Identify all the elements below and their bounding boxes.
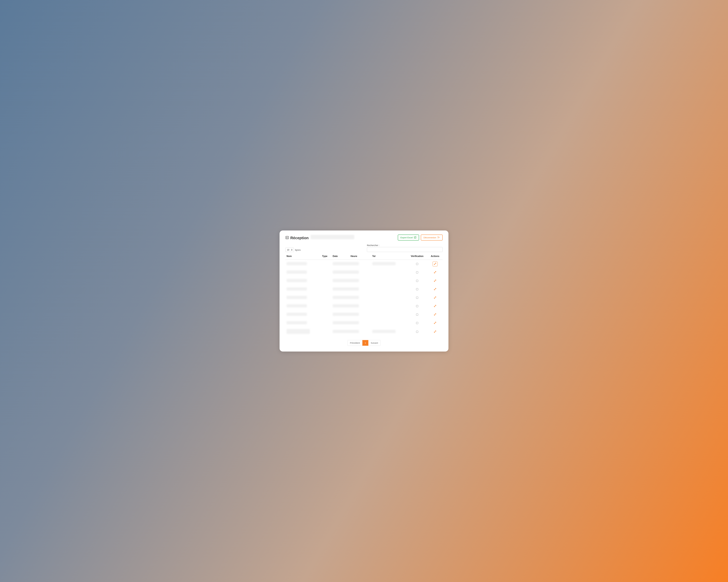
logout-icon (437, 236, 440, 239)
page-title: Réception (290, 235, 354, 240)
table-head: Nom Type Date Heure Tel Vérification Act… (285, 253, 443, 260)
expand-icon (434, 296, 437, 300)
verification-checkbox[interactable] (416, 263, 418, 265)
header-actions: Export Excel Déconnexion (398, 234, 443, 241)
page-title-text: Réception (290, 236, 309, 240)
svg-line-14 (434, 288, 436, 290)
table-row (285, 268, 443, 277)
cell-datetime-redacted (333, 313, 359, 316)
cell-nom-redacted (287, 287, 307, 290)
pagination-page-1-button[interactable]: 1 (362, 340, 368, 346)
pagination-next-button[interactable]: Suivant (368, 340, 381, 346)
cell-tel-redacted (372, 330, 396, 333)
verification-checkbox[interactable] (416, 297, 418, 299)
expand-row-button[interactable] (433, 270, 438, 275)
cell-nom-redacted (287, 271, 307, 274)
col-nom[interactable]: Nom (285, 253, 321, 260)
table-row (285, 277, 443, 285)
verification-checkbox[interactable] (416, 331, 418, 333)
svg-line-17 (434, 313, 436, 315)
col-date[interactable]: Date (332, 253, 349, 260)
page-title-redacted (311, 235, 354, 239)
bar-chart-icon (285, 236, 289, 239)
cell-nom-redacted (287, 313, 307, 316)
expand-icon (434, 305, 437, 308)
expand-icon (434, 330, 437, 333)
table-row (285, 260, 443, 268)
bar-chart-plus-icon (414, 236, 416, 239)
svg-line-19 (434, 331, 436, 332)
table-row (285, 310, 443, 319)
export-excel-label: Export Excel (400, 236, 413, 239)
verification-checkbox[interactable] (416, 313, 418, 315)
expand-icon (434, 271, 437, 274)
expand-row-button[interactable] (433, 278, 438, 283)
cell-nom-redacted (287, 262, 307, 265)
cell-nom-redacted (287, 329, 310, 334)
export-excel-button[interactable]: Export Excel (398, 234, 419, 241)
expand-icon (434, 322, 437, 325)
table-body (285, 260, 443, 336)
cell-datetime-redacted (333, 330, 359, 333)
header-row: Réception Export Excel (285, 234, 443, 241)
col-verification[interactable]: Vérification (407, 253, 427, 260)
data-table: Nom Type Date Heure Tel Vérification Act… (285, 253, 443, 336)
length-control: 10 lignes (285, 248, 301, 252)
expand-row-button[interactable] (433, 321, 438, 326)
expand-row-button[interactable] (433, 329, 438, 334)
expand-row-button[interactable] (433, 287, 438, 292)
verification-checkbox[interactable] (416, 271, 418, 273)
cell-nom-redacted (287, 304, 307, 307)
expand-icon (434, 279, 437, 282)
cell-datetime-redacted (333, 321, 359, 324)
expand-row-button[interactable] (433, 312, 438, 317)
cell-nom-redacted (287, 296, 307, 299)
verification-checkbox[interactable] (416, 322, 418, 324)
verification-checkbox[interactable] (416, 288, 418, 290)
search-input[interactable] (367, 247, 443, 252)
cell-datetime-redacted (333, 279, 359, 282)
table-row (285, 327, 443, 336)
table-row (285, 319, 443, 327)
col-actions: Actions (427, 253, 443, 260)
expand-row-button[interactable] (433, 304, 438, 309)
expand-row-button[interactable] (433, 295, 438, 300)
cell-datetime-redacted (333, 304, 359, 307)
col-heure[interactable]: Heure (349, 253, 371, 260)
pagination: Précédent 1 Suivant (285, 340, 443, 346)
search-label: Rechercher : (367, 244, 443, 247)
svg-line-15 (434, 297, 436, 298)
svg-line-18 (434, 322, 436, 324)
svg-line-11 (434, 263, 436, 265)
title-wrap: Réception (285, 235, 354, 240)
table-row (285, 285, 443, 294)
cell-tel-redacted (372, 262, 396, 265)
col-type[interactable]: Type (321, 253, 331, 260)
main-card: Réception Export Excel (280, 230, 448, 352)
logout-label: Déconnexion (423, 236, 436, 239)
expand-row-button[interactable] (433, 261, 438, 267)
svg-line-16 (434, 305, 436, 307)
controls-row: 10 lignes Rechercher : (285, 244, 443, 252)
expand-icon (434, 313, 437, 316)
cell-nom-redacted (287, 321, 307, 324)
expand-icon (434, 288, 437, 291)
length-suffix-label: lignes (295, 249, 301, 251)
svg-line-13 (434, 280, 436, 281)
cell-datetime-redacted (333, 262, 359, 265)
col-tel[interactable]: Tel (371, 253, 407, 260)
page-length-select[interactable]: 10 (285, 248, 294, 252)
expand-icon (434, 262, 437, 266)
verification-checkbox[interactable] (416, 305, 418, 307)
cell-datetime-redacted (333, 271, 359, 274)
pagination-prev-button[interactable]: Précédent (347, 340, 362, 346)
cell-datetime-redacted (333, 287, 359, 290)
logout-button[interactable]: Déconnexion (421, 234, 443, 241)
svg-line-12 (434, 271, 436, 273)
cell-nom-redacted (287, 279, 307, 282)
verification-checkbox[interactable] (416, 280, 418, 282)
search-control: Rechercher : (367, 244, 443, 252)
cell-datetime-redacted (333, 296, 359, 299)
table-row (285, 302, 443, 310)
table-row (285, 294, 443, 302)
